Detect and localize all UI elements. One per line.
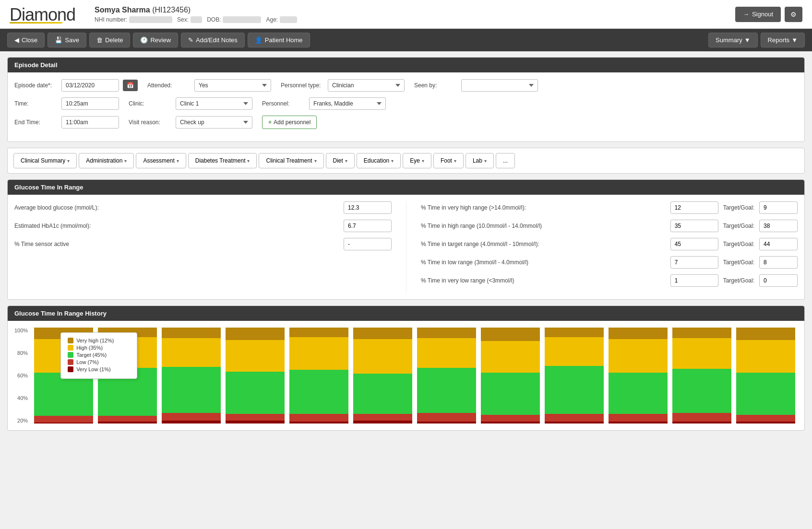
tab-diabetes-treatment[interactable]: Diabetes Treatment▾ bbox=[188, 153, 257, 168]
target-input-0[interactable] bbox=[759, 201, 798, 214]
tab-label: Clinical Summary bbox=[21, 157, 65, 164]
personnel-field: Personnel: Franks, Maddie bbox=[262, 97, 386, 110]
age-field: Age: bbox=[266, 16, 297, 23]
summary-button[interactable]: Summary ▼ bbox=[708, 33, 758, 47]
target-input-2[interactable] bbox=[759, 238, 798, 250]
seen-by-select[interactable] bbox=[461, 79, 538, 92]
end-time-input[interactable] bbox=[61, 116, 119, 129]
tab-diet[interactable]: Diet▾ bbox=[326, 153, 355, 168]
header-actions: → Signout ⚙ bbox=[735, 7, 802, 22]
tooltip-row-0: Very high (12%) bbox=[68, 338, 130, 343]
add-personnel-label: Add personnel bbox=[274, 119, 310, 126]
episode-date-label: Episode date*: bbox=[14, 82, 58, 89]
tab-...[interactable]: ... bbox=[496, 153, 515, 168]
review-button[interactable]: 🕐 Review bbox=[133, 33, 178, 47]
bar-segment-low-9 bbox=[609, 414, 668, 422]
bar-segment-very_high-5 bbox=[353, 328, 412, 339]
bar-segment-very_low-2 bbox=[162, 421, 221, 423]
tab-education[interactable]: Education▾ bbox=[357, 153, 401, 168]
tab-assessment[interactable]: Assessment▾ bbox=[136, 153, 186, 168]
tooltip-row-2: Target (45%) bbox=[68, 352, 130, 358]
glucose-right-input-1[interactable] bbox=[670, 220, 718, 232]
save-button[interactable]: 💾 Save bbox=[48, 33, 86, 47]
bar-9 bbox=[609, 328, 668, 423]
logo: Diamond bbox=[10, 5, 75, 24]
glucose-right-label-4: % Time in very low range (<3mmol/l) bbox=[421, 277, 666, 284]
tab-foot[interactable]: Foot▾ bbox=[433, 153, 464, 168]
glucose-right-row-2: % Time in target range (4.0mmol/l - 10mm… bbox=[421, 238, 798, 250]
glucose-left-row-2: % Time sensor active bbox=[14, 238, 392, 250]
logo-underline bbox=[10, 22, 62, 24]
target-input-1[interactable] bbox=[759, 220, 798, 232]
bar-segment-very_low-10 bbox=[672, 422, 731, 423]
glucose-right-row-0: % Time in very high range (>14.0mmol/l):… bbox=[421, 201, 798, 214]
bar-segment-very_high-3 bbox=[226, 328, 285, 340]
attended-select[interactable]: Yes No bbox=[194, 79, 271, 92]
chevron-down-icon: ▾ bbox=[314, 158, 317, 164]
glucose-right-input-3[interactable] bbox=[670, 256, 718, 269]
glucose-left-input-1[interactable] bbox=[344, 220, 392, 232]
chart-bars-container: Very high (12%)High (35%)Target (45%)Low… bbox=[32, 328, 798, 423]
glucose-right-input-2[interactable] bbox=[670, 238, 718, 250]
tab-clinical-summary[interactable]: Clinical Summary▾ bbox=[13, 153, 77, 168]
glucose-right: % Time in very high range (>14.0mmol/l):… bbox=[406, 201, 798, 293]
visit-reason-select[interactable]: Check up bbox=[176, 116, 252, 129]
glucose-left-row-0: Average blood glucose (mmol/L): bbox=[14, 201, 392, 214]
person-icon: 👤 bbox=[255, 36, 263, 44]
bar-4 bbox=[289, 328, 348, 423]
tab-administration[interactable]: Administration▾ bbox=[79, 153, 134, 168]
glucose-left-label-2: % Time sensor active bbox=[14, 241, 339, 247]
bar-segment-target-3 bbox=[226, 372, 285, 414]
signout-button[interactable]: → Signout bbox=[735, 7, 781, 22]
delete-button[interactable]: 🗑 Delete bbox=[89, 33, 131, 47]
bar-segment-target-2 bbox=[162, 367, 221, 413]
header: Diamond Somya Sharma (HI123456) NHI numb… bbox=[0, 0, 812, 29]
chevron-down-icon: ▾ bbox=[67, 158, 70, 164]
tab-label: Administration bbox=[86, 157, 122, 164]
bar-segment-very_high-11 bbox=[736, 328, 795, 340]
bar-segment-low-6 bbox=[417, 413, 476, 422]
calendar-icon[interactable]: 📅 bbox=[123, 80, 138, 91]
target-input-4[interactable] bbox=[759, 274, 798, 287]
tab-eye[interactable]: Eye▾ bbox=[403, 153, 431, 168]
glucose-history-section: Glucose Time In Range History 100%80%60%… bbox=[7, 306, 805, 431]
plus-icon: + bbox=[268, 119, 272, 126]
bar-segment-target-10 bbox=[672, 369, 731, 413]
settings-button[interactable]: ⚙ bbox=[785, 7, 802, 22]
bar-6 bbox=[417, 328, 476, 423]
add-personnel-button[interactable]: + Add personnel bbox=[262, 116, 317, 129]
bar-segment-low-4 bbox=[289, 414, 348, 422]
signout-icon: → bbox=[743, 11, 749, 18]
bar-segment-target-5 bbox=[353, 374, 412, 414]
tab-label: Education bbox=[364, 157, 389, 164]
bar-segment-target-9 bbox=[609, 373, 668, 414]
patient-info: Somya Sharma (HI123456) NHI number: Sex:… bbox=[75, 6, 735, 23]
chevron-down-icon: ▼ bbox=[744, 36, 751, 44]
patient-home-button[interactable]: 👤 Patient Home bbox=[248, 33, 310, 47]
tab-label: Diet bbox=[333, 157, 343, 164]
clinic-select[interactable]: Clinic 1 bbox=[176, 97, 252, 110]
personnel-type-select[interactable]: Clinician bbox=[328, 79, 405, 92]
chevron-down-icon: ▾ bbox=[391, 158, 394, 164]
tooltip-row-3: Low (7%) bbox=[68, 359, 130, 365]
reports-button[interactable]: Reports ▼ bbox=[761, 33, 805, 47]
glucose-right-input-4[interactable] bbox=[670, 274, 718, 287]
episode-detail-header: Episode Detail bbox=[8, 58, 804, 72]
bar-segment-low-7 bbox=[481, 415, 540, 422]
glucose-left-input-0[interactable] bbox=[344, 201, 392, 214]
bar-10 bbox=[672, 328, 731, 423]
glucose-right-input-0[interactable] bbox=[670, 201, 718, 214]
bar-2 bbox=[162, 328, 221, 423]
personnel-select[interactable]: Franks, Maddie bbox=[309, 97, 386, 110]
tab-lab[interactable]: Lab▾ bbox=[466, 153, 494, 168]
episode-date-input[interactable] bbox=[61, 79, 119, 92]
add-edit-notes-button[interactable]: ✎ Add/Edit Notes bbox=[181, 33, 245, 47]
target-input-3[interactable] bbox=[759, 256, 798, 269]
tab-clinical-treatment[interactable]: Clinical Treatment▾ bbox=[259, 153, 323, 168]
close-button[interactable]: ◀ Close bbox=[7, 33, 45, 47]
pencil-icon: ✎ bbox=[188, 36, 193, 44]
glucose-left-input-2[interactable] bbox=[344, 238, 392, 250]
tab-label: Assessment bbox=[143, 157, 174, 164]
visit-reason-field: Visit reason: Check up bbox=[129, 116, 252, 129]
time-input[interactable] bbox=[61, 97, 119, 110]
